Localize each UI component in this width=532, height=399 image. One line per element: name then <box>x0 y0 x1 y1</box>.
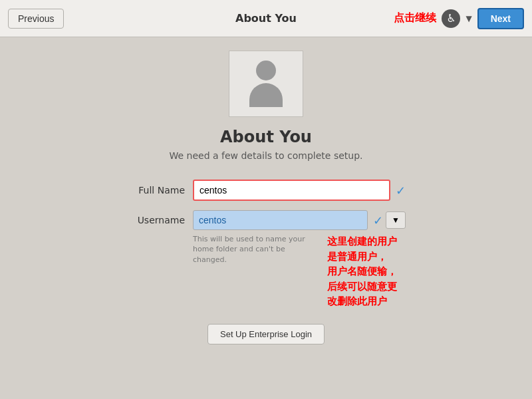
form-section: Full Name ✓ Username ✓ ▼ This will be us… <box>126 180 406 316</box>
page-title: About You <box>220 128 312 146</box>
fullname-check-icon: ✓ <box>396 184 406 198</box>
page-subtitle: We need a few details to complete setup. <box>169 150 362 161</box>
previous-button[interactable]: Previous <box>8 9 64 29</box>
main-content: About You We need a few details to compl… <box>0 37 532 344</box>
fullname-label: Full Name <box>126 185 193 196</box>
hint-text: This will be used to name your home fold… <box>193 234 319 309</box>
accessibility-icon[interactable]: ♿ <box>442 9 460 28</box>
continue-annotation: 点击继续 <box>394 11 436 25</box>
fullname-input[interactable] <box>193 180 390 201</box>
username-input-group: ✓ ▼ <box>193 210 406 230</box>
top-bar: Previous About You 点击继续 ♿ ▼ Next <box>0 0 532 37</box>
next-button[interactable]: Next <box>477 8 524 29</box>
avatar-head <box>256 61 276 80</box>
avatar <box>229 51 303 117</box>
username-label: Username <box>126 215 193 225</box>
username-check-icon: ✓ <box>373 213 383 227</box>
username-dropdown-button[interactable]: ▼ <box>386 211 406 229</box>
enterprise-login-button[interactable]: Set Up Enterprise Login <box>207 324 325 344</box>
fullname-input-group: ✓ <box>193 180 406 201</box>
top-right-controls: 点击继续 ♿ ▼ Next <box>394 8 524 29</box>
avatar-figure <box>249 61 283 107</box>
username-input[interactable] <box>193 210 368 230</box>
hint-area: This will be used to name your home fold… <box>193 234 406 309</box>
page-header-title: About You <box>235 12 297 25</box>
dropdown-arrow-icon[interactable]: ▼ <box>466 14 471 23</box>
username-row: Username ✓ ▼ <box>126 210 406 230</box>
annotation-hint: 这里创建的用户是普通用户，用户名随便输，后续可以随意更改删除此用户 <box>327 234 406 309</box>
avatar-body <box>249 83 283 107</box>
fullname-row: Full Name ✓ <box>126 180 406 201</box>
